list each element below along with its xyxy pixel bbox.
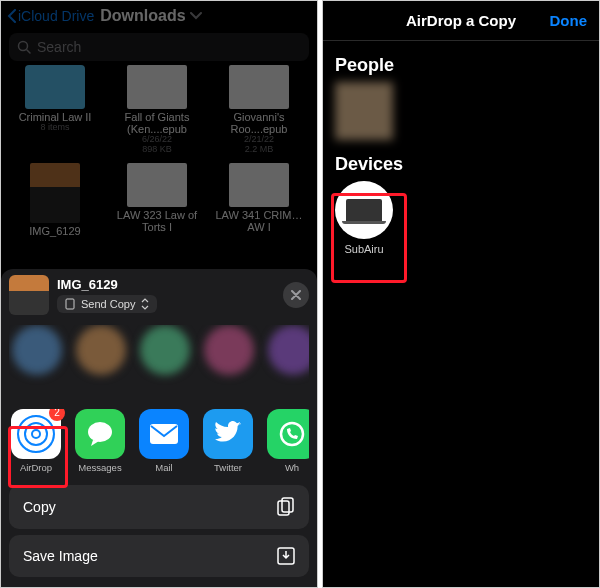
airdrop-header: AirDrop a Copy Done <box>323 1 599 41</box>
apps-row: 2 AirDrop Messages Mail Twitte <box>9 409 309 473</box>
close-icon <box>291 290 301 300</box>
document-icon <box>127 65 187 109</box>
device-avatar <box>335 181 393 239</box>
nav-bar: iCloud Drive Downloads <box>1 1 317 31</box>
avatar <box>268 325 309 375</box>
device-name: SubAiru <box>335 243 393 255</box>
file-item[interactable]: Fall of Giants (Ken....epub 6/26/22 898 … <box>109 65 205 155</box>
svg-rect-6 <box>278 501 289 515</box>
share-sheet: IMG_6129 Send Copy 2 <box>1 269 317 587</box>
file-item[interactable]: LAW 323 Law of Torts I <box>109 163 205 237</box>
file-meta: 2.2 MB <box>211 145 307 155</box>
document-icon <box>229 163 289 207</box>
contact-item[interactable] <box>265 325 309 399</box>
action-copy[interactable]: Copy <box>9 485 309 529</box>
share-mode-label: Send Copy <box>81 298 135 310</box>
svg-point-5 <box>281 423 303 445</box>
nav-title-text: Downloads <box>100 7 185 25</box>
app-airdrop[interactable]: 2 AirDrop <box>9 409 63 473</box>
file-item[interactable]: LAW 341 CRIM…AW I <box>211 163 307 237</box>
laptop-icon <box>346 199 382 221</box>
file-grid: Criminal Law II 8 items Fall of Giants (… <box>1 65 317 275</box>
updown-icon <box>141 298 149 310</box>
file-name: LAW 323 Law of Torts I <box>109 209 205 233</box>
save-image-icon <box>277 547 295 565</box>
svg-point-0 <box>19 42 28 51</box>
app-messages[interactable]: Messages <box>73 409 127 473</box>
svg-rect-2 <box>66 299 74 309</box>
file-meta: 8 items <box>7 123 103 133</box>
svg-point-3 <box>88 422 112 442</box>
airdrop-device[interactable]: SubAiru <box>335 181 599 255</box>
avatar <box>140 325 190 375</box>
app-label: Wh <box>265 462 309 473</box>
airdrop-pane: AirDrop a Copy Done People Devices SubAi… <box>322 0 600 588</box>
nav-back-button[interactable]: iCloud Drive <box>7 8 94 24</box>
app-label: Twitter <box>201 462 255 473</box>
devices-section-label: Devices <box>335 154 599 175</box>
app-label: Mail <box>137 462 191 473</box>
chevron-left-icon <box>7 9 17 23</box>
nav-title[interactable]: Downloads <box>100 7 201 25</box>
share-thumbnail <box>9 275 49 315</box>
avatar <box>76 325 126 375</box>
action-list: Copy Save Image <box>9 485 309 577</box>
contact-item[interactable] <box>201 325 257 399</box>
search-input[interactable]: Search <box>9 33 309 61</box>
file-name: LAW 341 CRIM…AW I <box>211 209 307 233</box>
file-name: IMG_6129 <box>7 225 103 237</box>
search-placeholder: Search <box>37 39 81 55</box>
mail-icon <box>139 409 189 459</box>
avatar <box>12 325 62 375</box>
file-meta: 898 KB <box>109 145 205 155</box>
svg-line-1 <box>27 50 30 53</box>
document-icon <box>127 163 187 207</box>
file-item[interactable]: Criminal Law II 8 items <box>7 65 103 155</box>
file-item[interactable]: IMG_6129 <box>7 163 103 237</box>
people-section-label: People <box>335 55 599 76</box>
app-label: AirDrop <box>9 462 63 473</box>
action-label: Copy <box>23 499 56 515</box>
contact-item[interactable] <box>137 325 193 399</box>
file-name: Giovanni's Roo....epub <box>211 111 307 135</box>
search-icon <box>17 40 31 54</box>
done-button[interactable]: Done <box>550 12 588 29</box>
notification-badge: 2 <box>49 409 65 421</box>
airdrop-title: AirDrop a Copy <box>406 12 516 29</box>
svg-rect-4 <box>150 424 178 444</box>
document-icon <box>65 298 75 310</box>
app-label: Messages <box>73 462 127 473</box>
share-mode-button[interactable]: Send Copy <box>57 295 157 313</box>
avatar <box>204 325 254 375</box>
messages-icon <box>75 409 125 459</box>
twitter-icon <box>203 409 253 459</box>
folder-icon <box>25 65 85 109</box>
chevron-down-icon <box>190 12 202 20</box>
contact-item[interactable] <box>73 325 129 399</box>
document-icon <box>229 65 289 109</box>
file-item[interactable]: Giovanni's Roo....epub 2/21/22 2.2 MB <box>211 65 307 155</box>
action-label: Save Image <box>23 548 98 564</box>
contacts-row[interactable] <box>9 325 309 399</box>
photo-icon <box>30 163 80 223</box>
copy-icon <box>277 497 295 517</box>
whatsapp-icon <box>267 409 309 459</box>
nav-back-label: iCloud Drive <box>18 8 94 24</box>
app-whatsapp[interactable]: Wh <box>265 409 309 473</box>
files-app-pane: iCloud Drive Downloads Search Criminal L… <box>0 0 318 588</box>
airdrop-person[interactable] <box>335 82 393 140</box>
file-name: Fall of Giants (Ken....epub <box>109 111 205 135</box>
app-mail[interactable]: Mail <box>137 409 191 473</box>
action-save-image[interactable]: Save Image <box>9 535 309 577</box>
app-twitter[interactable]: Twitter <box>201 409 255 473</box>
airdrop-icon: 2 <box>11 409 61 459</box>
share-header: IMG_6129 Send Copy <box>9 275 309 315</box>
share-item-title: IMG_6129 <box>57 277 275 292</box>
close-button[interactable] <box>283 282 309 308</box>
svg-rect-7 <box>282 498 293 512</box>
contact-item[interactable] <box>9 325 65 399</box>
